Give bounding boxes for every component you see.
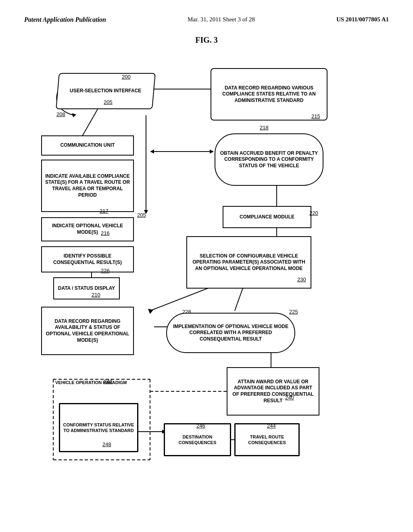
- data-record-compliance-label: DATA RECORD REGARDING VARIOUS COMPLIANCE…: [214, 85, 324, 104]
- compliance-module-label: COMPLIANCE MODULE: [240, 214, 294, 220]
- num-217: 217: [100, 208, 108, 214]
- implementation-optional-box: IMPLEMENTATION OF OPTIONAL VEHICLE MODE …: [166, 313, 295, 353]
- indicate-compliance-label: INDICATE AVAILABLE COMPLIANCE STATE(S) F…: [44, 173, 131, 198]
- data-status-box: DATA / STATUS DISPLAY: [53, 277, 120, 299]
- obtain-accrued-label: OBTAIN ACCRUED BENEFIT OR PENALTY CORRES…: [218, 150, 320, 169]
- attain-award-label: ATTAIN AWARD OR VALUE OR ADVANTAGE INCLU…: [230, 379, 316, 404]
- selection-configurable-label: SELECTION OF CONFIGURABLE VEHICLE OPERAT…: [190, 253, 308, 272]
- communication-unit-label: COMMUNICATION UNIT: [60, 142, 115, 149]
- compliance-module-box: COMPLIANCE MODULE: [223, 206, 311, 228]
- num-225: 225: [289, 309, 298, 315]
- obtain-accrued-box: OBTAIN ACCRUED BENEFIT OR PENALTY CORRES…: [215, 133, 323, 186]
- num-208: 208: [56, 111, 65, 117]
- num-226: 226: [101, 268, 110, 274]
- indicate-optional-label: INDICATE OPTIONAL VEHICLE MODE(S): [44, 223, 131, 235]
- page: Patent Application Publication Mar. 31, …: [0, 0, 413, 532]
- num-240: 240: [285, 395, 294, 401]
- header-center: Mar. 31, 2011 Sheet 3 of 28: [188, 16, 255, 23]
- indicate-optional-box: INDICATE OPTIONAL VEHICLE MODE(S): [41, 217, 134, 241]
- data-record-availability-label: DATA RECORD REGARDING AVAILABILITY & STA…: [44, 318, 131, 343]
- num-242: 242: [104, 378, 113, 384]
- page-header: Patent Application Publication Mar. 31, …: [24, 16, 389, 23]
- implementation-optional-label: IMPLEMENTATION OF OPTIONAL VEHICLE MODE …: [169, 324, 292, 343]
- travel-route-consequences-label: TRAVEL ROUTE CONSEQUENCES: [238, 434, 296, 446]
- num-220: 220: [309, 210, 318, 216]
- fig-title: FIG. 3: [24, 35, 389, 45]
- user-selection-label: USER-SELECTION INTERFACE: [70, 88, 141, 94]
- svg-marker-5: [210, 150, 214, 154]
- svg-marker-45: [72, 113, 76, 117]
- num-248: 248: [102, 441, 111, 447]
- num-205-mid: 205: [137, 212, 146, 218]
- num-215: 215: [311, 113, 320, 119]
- indicate-compliance-box: INDICATE AVAILABLE COMPLIANCE STATE(S) F…: [41, 160, 134, 212]
- header-right: US 2011/0077805 A1: [336, 16, 389, 23]
- svg-marker-4: [150, 150, 154, 154]
- identify-consequential-box: IDENTIFY POSSIBLE CONSEQUENTIAL RESULT(S…: [41, 246, 134, 272]
- num-218: 218: [260, 125, 269, 131]
- conformity-status-box: CONFORMITY STATUS RELATIVE TO ADMINISTRA…: [59, 403, 138, 452]
- num-230: 230: [297, 276, 306, 283]
- header-left: Patent Application Publication: [24, 16, 106, 23]
- selection-configurable-box: SELECTION OF CONFIGURABLE VEHICLE OPERAT…: [186, 236, 311, 289]
- num-216: 216: [101, 230, 110, 236]
- destination-consequences-label: DESTINATION CONSEQUENCES: [167, 434, 228, 446]
- num-246: 246: [196, 423, 205, 429]
- diagram: USER-SELECTION INTERFACE 200 205 208 DAT…: [29, 53, 384, 476]
- svg-marker-11: [148, 309, 153, 314]
- vehicle-operation-paradigm-label: VEHICLE OPERATION PARADIGM: [55, 380, 146, 385]
- conformity-status-label: CONFORMITY STATUS RELATIVE TO ADMINISTRA…: [62, 422, 135, 434]
- num-205-top: 205: [104, 99, 113, 105]
- num-200: 200: [122, 74, 131, 80]
- data-record-availability-box: DATA RECORD REGARDING AVAILABILITY & STA…: [41, 307, 134, 355]
- communication-unit-box: COMMUNICATION UNIT: [41, 135, 134, 156]
- num-210: 210: [92, 292, 100, 298]
- identify-consequential-label: IDENTIFY POSSIBLE CONSEQUENTIAL RESULT(S…: [44, 253, 131, 266]
- svg-line-0: [81, 109, 98, 137]
- data-record-compliance-box: DATA RECORD REGARDING VARIOUS COMPLIANCE…: [211, 68, 327, 121]
- attain-award-box: ATTAIN AWARD OR VALUE OR ADVANTAGE INCLU…: [227, 367, 319, 416]
- num-244: 244: [267, 423, 276, 429]
- data-status-label: DATA / STATUS DISPLAY: [58, 285, 115, 292]
